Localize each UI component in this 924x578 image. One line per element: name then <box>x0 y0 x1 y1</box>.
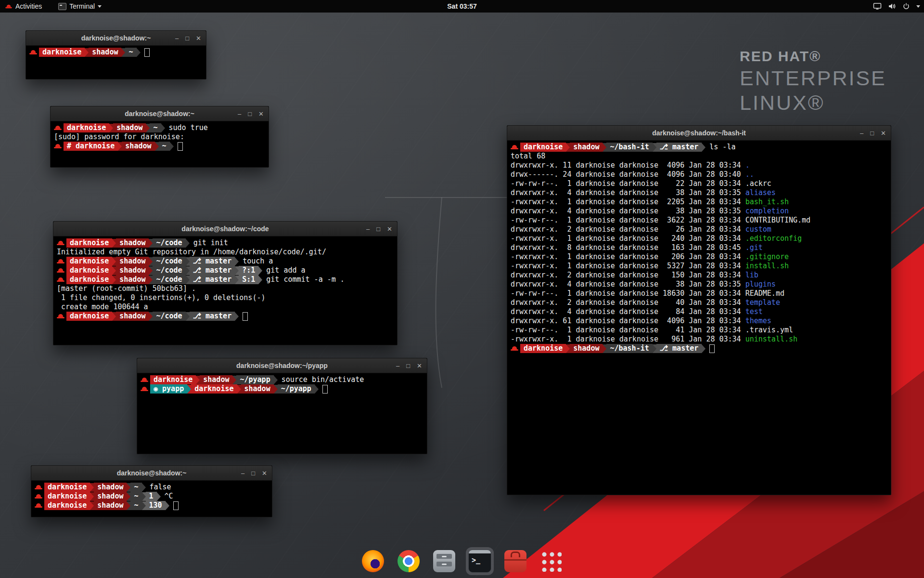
ls-details: drwxrwxr-x. 61 darknoise darknoise 4096 … <box>511 316 745 325</box>
prompt-segment: shadow <box>94 501 127 510</box>
display-icon <box>873 2 882 10</box>
powerline-arrow <box>166 501 169 510</box>
dock-item-appgrid[interactable] <box>537 547 565 575</box>
close-button[interactable] <box>258 111 264 117</box>
terminal-body[interactable]: darknoiseshadow~/codegit initInitialized… <box>53 236 397 323</box>
app-menu-terminal[interactable]: Terminal <box>54 0 105 13</box>
ls-filename: completion <box>745 207 789 215</box>
terminal-window-sudo[interactable]: darknoise@shadow:~ darknoiseshadow~sudo … <box>50 106 269 168</box>
prompt-line: darknoiseshadow~/code⎇ mastertouch a <box>57 257 394 266</box>
powerline-arrow <box>186 312 190 321</box>
clock[interactable]: Sat 03:57 <box>447 2 476 10</box>
close-button[interactable] <box>196 35 201 41</box>
window-controls <box>396 358 422 373</box>
close-button[interactable] <box>881 130 886 136</box>
prompt-segment: ~ <box>125 48 136 57</box>
powerline-arrow <box>186 239 190 248</box>
prompt-segment: ~/bash-it <box>606 143 652 152</box>
terminal-body[interactable]: darknoiseshadow~falsedarknoiseshadow~1^C… <box>31 481 272 512</box>
window-titlebar[interactable]: darknoise@shadow:~ <box>26 31 206 46</box>
terminal-app-icon <box>58 3 66 10</box>
command-text: source bin/activate <box>282 375 364 384</box>
terminal-cursor <box>178 142 183 151</box>
close-button[interactable] <box>417 363 422 369</box>
terminal-body[interactable]: darknoiseshadow~ <box>26 46 206 59</box>
ls-output-line: -rwxrwxr-x. 1 darknoise darknoise 206 Ja… <box>511 252 887 262</box>
powerline-arrow <box>112 266 116 275</box>
window-titlebar[interactable]: darknoise@shadow:~/pyapp <box>137 358 427 373</box>
prompt-segment: ⎇ master <box>656 143 702 152</box>
window-title: darknoise@shadow:~ <box>125 110 194 118</box>
activities-button[interactable]: Activities <box>0 2 42 10</box>
desktop: RED HAT® ENTERPRISE LINUX® darknoise@sha… <box>0 0 924 578</box>
rhel-branding: RED HAT® ENTERPRISE LINUX® <box>740 48 886 115</box>
minimize-button[interactable] <box>396 363 399 369</box>
prompt-segment: shadow <box>570 143 603 152</box>
prompt-segment: ~/code <box>153 312 185 321</box>
minimize-button[interactable] <box>860 130 863 136</box>
maximize-button[interactable] <box>376 226 380 232</box>
window-titlebar[interactable]: darknoise@shadow:~ <box>51 106 269 121</box>
output-line: create mode 100644 a <box>57 302 394 312</box>
dock-item-terminal[interactable] <box>466 547 494 575</box>
prompt-segment: darknoise <box>520 143 566 152</box>
maximize-button[interactable] <box>248 111 252 117</box>
window-title: darknoise@shadow:~ <box>117 469 187 477</box>
command-text: ls -la <box>709 143 735 152</box>
powerline-arrow <box>170 142 174 151</box>
terminal-window-bash-it[interactable]: darknoise@shadow:~/bash-it darknoiseshad… <box>507 125 891 495</box>
minimize-button[interactable] <box>366 226 370 232</box>
prompt-line: darknoiseshadow~130 <box>35 501 269 510</box>
maximize-button[interactable] <box>251 470 255 476</box>
minimize-button[interactable] <box>175 35 179 41</box>
terminal-body[interactable]: darknoiseshadow~/pyappsource bin/activat… <box>137 373 427 395</box>
maximize-button[interactable] <box>406 363 410 369</box>
dock-item-files[interactable] <box>430 547 458 575</box>
redhat-prompt-icon <box>511 345 518 352</box>
window-titlebar[interactable]: darknoise@shadow:~/bash-it <box>507 126 891 141</box>
chevron-down-icon <box>98 5 102 8</box>
terminal-window-home-2[interactable]: darknoise@shadow:~ darknoiseshadow~false… <box>31 465 272 517</box>
command-text: ^C <box>165 492 173 501</box>
terminal-window-pyapp[interactable]: darknoise@shadow:~/pyapp darknoiseshadow… <box>137 358 427 454</box>
prompt-segment: darknoise <box>64 123 109 132</box>
ls-filename: .gitignore <box>745 252 789 261</box>
system-tray[interactable] <box>873 0 920 13</box>
appgrid-icon <box>540 551 562 572</box>
window-titlebar[interactable]: darknoise@shadow:~ <box>31 466 272 481</box>
prompt-segment: darknoise <box>44 483 90 492</box>
redhat-prompt-icon <box>35 502 42 509</box>
powerline-arrow <box>187 385 191 394</box>
powerline-arrow <box>112 312 116 321</box>
dock-item-toolbox[interactable] <box>501 547 529 575</box>
brand-linux: LINUX® <box>740 91 886 115</box>
minimize-button[interactable] <box>241 470 244 476</box>
window-titlebar[interactable]: darknoise@shadow:~/code <box>53 222 397 236</box>
ls-filename: bash_it.sh <box>745 197 789 206</box>
terminal-window-home-1[interactable]: darknoise@shadow:~ darknoiseshadow~ <box>26 30 206 79</box>
close-button[interactable] <box>262 470 267 476</box>
powerline-arrow <box>258 266 262 275</box>
ls-filename: CONTRIBUTING.md <box>745 216 810 224</box>
terminal-body[interactable]: darknoiseshadow~/bash-it⎇ masterls -lato… <box>507 141 891 355</box>
prompt-segment: darknoise <box>66 238 112 248</box>
dock-item-firefox[interactable] <box>359 547 387 575</box>
wallpaper-red-corner <box>780 491 924 578</box>
ls-output-line: -rwxrwxr-x. 1 darknoise darknoise 5327 J… <box>511 262 887 271</box>
terminal-window-code[interactable]: darknoise@shadow:~/code darknoiseshadow~… <box>53 221 398 345</box>
prompt-segment: ~ <box>130 501 141 510</box>
window-controls <box>241 466 267 480</box>
prompt-segment: shadow <box>241 384 274 394</box>
maximize-button[interactable] <box>870 130 874 136</box>
maximize-button[interactable] <box>185 35 189 41</box>
ls-output-line: drwxrwxr-x. 4 darknoise darknoise 38 Jan… <box>511 188 887 197</box>
redhat-prompt-icon <box>57 276 64 283</box>
terminal-body[interactable]: darknoiseshadow~sudo true[sudo] password… <box>51 121 269 153</box>
dock-item-chrome[interactable] <box>395 547 423 575</box>
minimize-button[interactable] <box>238 111 241 117</box>
prompt-line: darknoiseshadow~1^C <box>35 492 269 501</box>
powerline-arrow <box>235 266 239 275</box>
close-button[interactable] <box>387 226 392 232</box>
terminal-cursor <box>322 385 328 394</box>
command-text: touch a <box>243 257 273 266</box>
